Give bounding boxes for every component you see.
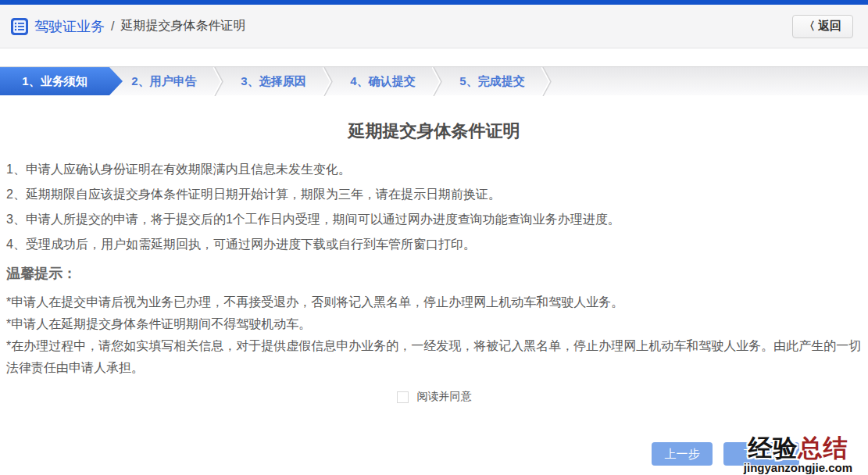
tips-list: *申请人在提交申请后视为业务已办理，不再接受退办，否则将记入黑名单，停止办理网上… (6, 291, 862, 379)
step-4-confirm-submit[interactable]: 4、确认提交 (328, 67, 438, 95)
step-2-user-declaration[interactable]: 2、用户申告 (109, 67, 219, 95)
agree-row: 阅读并同意 (6, 390, 862, 404)
step-label: 2、用户申告 (131, 74, 196, 89)
back-button-label: 返回 (818, 19, 841, 34)
notice-list: 1、申请人应确认身份证明在有效期限满内且信息未发生变化。 2、延期期限自应该提交… (6, 157, 862, 257)
back-button[interactable]: 〈 返回 (792, 15, 853, 38)
notice-item: 1、申请人应确认身份证明在有效期限满内且信息未发生变化。 (6, 157, 862, 182)
step-separator-icon (541, 67, 552, 96)
tips-title: 温馨提示： (6, 262, 862, 285)
next-step-button[interactable]: 下一步 (723, 442, 799, 466)
page-title: 延期提交身体条件证明 (6, 120, 862, 143)
notice-item: 2、延期期限自应该提交身体条件证明日期开始计算，期限为三年，请在提示日期前换证。 (6, 182, 862, 207)
action-buttons: 上一步 下一步 (6, 442, 862, 466)
step-1-business-notice[interactable]: 1、业务须知 (0, 67, 123, 95)
agree-checkbox[interactable] (397, 391, 409, 403)
agree-label: 阅读并同意 (417, 390, 472, 404)
notice-item: 3、申请人所提交的申请，将于提交后的1个工作日内受理，期间可以通过网办进度查询功… (6, 207, 862, 232)
list-icon (11, 18, 28, 35)
breadcrumb-current: 延期提交身体条件证明 (120, 18, 245, 34)
step-3-select-reason[interactable]: 3、选择原因 (219, 67, 328, 95)
step-wizard: 1、业务须知 2、用户申告 3、选择原因 4、确认提交 5、完成提交 (0, 66, 868, 95)
tip-item: *申请人在延期提交身体条件证明期间不得驾驶机动车。 (6, 313, 862, 335)
main-content: 延期提交身体条件证明 1、申请人应确认身份证明在有效期限满内且信息未发生变化。 … (0, 120, 868, 466)
step-label: 3、选择原因 (241, 74, 305, 89)
step-label: 5、完成提交 (459, 74, 524, 89)
tip-item: *申请人在提交申请后视为业务已办理，不再接受退办，否则将记入黑名单，停止办理网上… (6, 291, 862, 313)
breadcrumb-separator: / (111, 20, 114, 34)
tip-item: *在办理过程中，请您如实填写相关信息，对于提供虚假信息申办业务的，一经发现，将被… (6, 335, 862, 379)
step-label: 4、确认提交 (350, 74, 415, 89)
previous-step-button[interactable]: 上一步 (652, 442, 713, 466)
breadcrumb: 驾驶证业务 / 延期提交身体条件证明 (11, 17, 245, 36)
breadcrumb-root-link[interactable]: 驾驶证业务 (34, 17, 105, 36)
step-label: 1、业务须知 (22, 74, 87, 89)
back-chevron-icon: 〈 (804, 20, 815, 34)
notice-item: 4、受理成功后，用户如需延期回执，可通过网办进度下载或自行到车管所窗口打印。 (6, 232, 862, 257)
page-header: 驾驶证业务 / 延期提交身体条件证明 〈 返回 (0, 5, 868, 48)
step-5-complete-submit[interactable]: 5、完成提交 (438, 67, 547, 95)
